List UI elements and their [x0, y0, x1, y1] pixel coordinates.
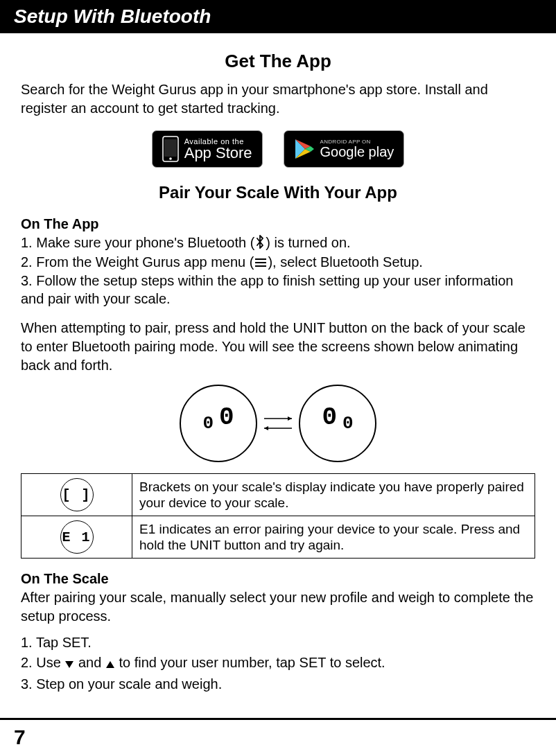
menu-icon [254, 254, 267, 272]
scale-step-2: 2. Use and to find your user number, tap… [21, 653, 535, 674]
svg-rect-1 [164, 139, 177, 157]
circle-right: 0 0 [299, 385, 376, 462]
pair-step-3: 3. Follow the setup steps within the app… [21, 272, 535, 308]
scale-steps: 1. Tap SET. 2. Use and to find your user… [21, 633, 535, 694]
phone-icon [162, 136, 179, 162]
s2a: 2. Use [21, 655, 64, 670]
step1-text-a: 1. Make sure your phone's Bluetooth ( [21, 235, 254, 250]
on-the-scale-text: After pairing your scale, manually selec… [21, 588, 535, 626]
get-app-title: Get The App [21, 51, 535, 72]
pair-title: Pair Your Scale With Your App [21, 183, 535, 202]
appstore-big-text: App Store [184, 146, 252, 161]
down-triangle-icon [64, 654, 74, 674]
pair-step-2: 2. From the Weight Gurus app menu (), se… [21, 253, 535, 272]
s2c: to find your user number, tap SET to sel… [115, 655, 385, 670]
pair-step-1: 1. Make sure your phone's Bluetooth () i… [21, 234, 535, 253]
digit-right-small: 0 [342, 413, 354, 434]
digit-left-small: 0 [202, 413, 214, 434]
e1-icon-cell: E 1 [21, 516, 132, 559]
svg-marker-11 [288, 416, 292, 421]
svg-point-2 [169, 157, 172, 160]
table-row: [ ] Brackets on your scale's display ind… [21, 474, 535, 516]
svg-marker-15 [106, 661, 114, 668]
s2b: and [74, 655, 105, 670]
up-triangle-icon [105, 654, 115, 674]
status-table: [ ] Brackets on your scale's display ind… [21, 473, 535, 559]
get-app-text: Search for the Weight Gurus app in your … [21, 80, 535, 118]
e1-code: E 1 [60, 520, 94, 554]
google-play-badge: ANDROID APP ON Google play [284, 130, 405, 168]
table-row: E 1 E1 indicates an error pairing your d… [21, 516, 535, 559]
step1-text-b: ) is turned on. [266, 235, 350, 250]
brackets-code: [ ] [60, 478, 94, 511]
page-number: 7 [0, 718, 556, 756]
google-big-text: Google play [320, 145, 394, 159]
google-play-icon [294, 138, 315, 160]
scale-step-1: 1. Tap SET. [21, 633, 535, 653]
page-content: Get The App Search for the Weight Gurus … [0, 33, 556, 694]
step2-text-b: ), select Bluetooth Setup. [268, 254, 422, 270]
digit-left-big: 0 [219, 403, 234, 432]
brackets-text: Brackets on your scale's display indicat… [132, 474, 535, 516]
brackets-icon-cell: [ ] [21, 474, 132, 516]
bluetooth-icon [255, 235, 265, 253]
animation-diagram: 0 0 0 0 [21, 385, 535, 462]
digit-right-big: 0 [322, 403, 337, 432]
svg-marker-13 [264, 426, 268, 430]
svg-marker-14 [65, 661, 73, 668]
animation-arrows-icon [261, 414, 295, 432]
page-header: Setup With Bluetooth [0, 0, 556, 33]
pairing-note: When attempting to pair, press and hold … [21, 319, 535, 375]
on-the-scale-heading: On The Scale [21, 571, 535, 587]
scale-step-3: 3. Step on your scale and weigh. [21, 674, 535, 694]
on-the-app-heading: On The App [21, 216, 535, 232]
store-badges: Available on the App Store ANDROID APP O… [21, 130, 535, 168]
step2-text-a: 2. From the Weight Gurus app menu ( [21, 254, 254, 270]
app-store-badge: Available on the App Store [152, 130, 263, 168]
circle-left: 0 0 [180, 385, 257, 462]
e1-text: E1 indicates an error pairing your devic… [132, 516, 535, 559]
